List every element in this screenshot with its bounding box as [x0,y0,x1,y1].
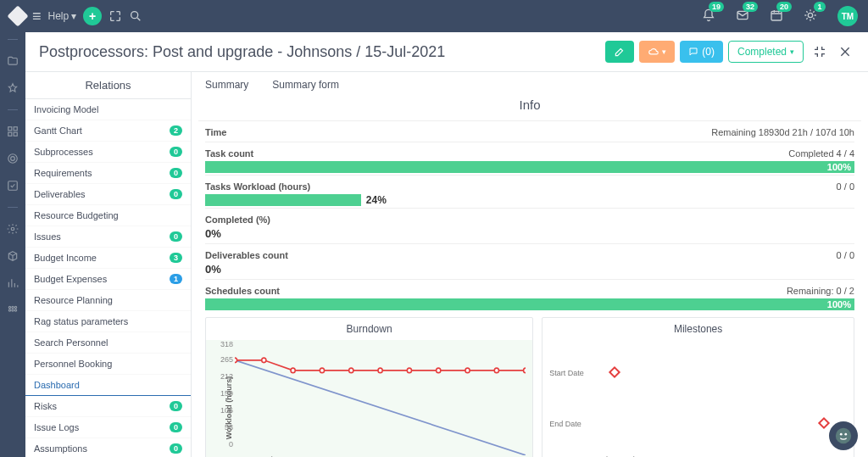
sidebar-item-label: Gantt Chart [34,125,82,136]
sidebar-item-subprocesses[interactable]: Subprocesses0 [25,142,191,163]
calendar-icon[interactable]: 20 [770,8,783,25]
gear-icon[interactable] [7,223,19,235]
bell-icon[interactable]: 19 [702,8,715,25]
task-count-bar: 100% [205,161,854,173]
page-header: Postprocessors: Post and upgrade - Johns… [25,32,868,72]
mail-icon[interactable]: 32 [736,8,749,25]
count-badge: 0 [170,422,182,432]
sidebar-item-risks[interactable]: Risks0 [25,396,191,417]
dashboard: Summary Summary form Info TimeRemaining … [192,72,868,457]
svg-point-27 [494,368,498,373]
svg-point-12 [8,306,10,308]
rail-divider [8,39,18,40]
sidebar-item-assumptions[interactable]: Assumptions0 [25,438,191,457]
metric-deliv-val: 0% [205,263,854,277]
sidebar-item-rag-status-parameters[interactable]: Rag status parameters [25,311,191,332]
chat-button[interactable]: (0) [680,41,723,63]
logo-icon[interactable] [7,5,28,26]
sidebar-item-label: Rag status parameters [34,316,128,326]
svg-point-30 [840,433,843,436]
metric-task-value: Completed 4 / 4 [788,148,854,159]
sidebar-item-label: Dashboard [34,380,80,390]
support-avatar[interactable] [829,421,858,450]
star-icon[interactable] [7,82,19,94]
count-badge: 1 [170,274,182,284]
svg-point-25 [437,368,441,373]
check-icon[interactable] [7,180,19,192]
sidebar-item-budget-expenses[interactable]: Budget Expenses1 [25,269,191,290]
svg-point-24 [407,368,411,373]
sidebar-item-label: Invoicing Model [34,104,98,114]
svg-point-26 [465,368,470,373]
svg-point-21 [320,368,324,373]
milestone-start-icon [609,366,620,378]
sidebar-item-invoicing-model[interactable]: Invoicing Model [25,99,191,120]
close-icon[interactable] [836,42,854,61]
cloud-button[interactable]: ▾ [639,41,675,63]
svg-point-3 [808,13,812,17]
metric-sched-label: Schedules count [205,286,280,296]
sidebar-item-label: Search Personnel [34,337,108,348]
info-title: Info [198,94,861,121]
apps-icon[interactable] [7,304,19,316]
sidebar-item-requirements[interactable]: Requirements0 [25,163,191,184]
theme-icon[interactable]: 1 [804,8,817,25]
count-badge: 0 [170,401,182,411]
svg-point-15 [8,309,10,311]
sidebar-item-issue-logs[interactable]: Issue Logs0 [25,417,191,438]
sidebar-item-gantt-chart[interactable]: Gantt Chart2 [25,120,191,142]
svg-point-0 [131,12,138,19]
folder-icon[interactable] [7,55,19,67]
collapse-icon[interactable] [810,42,829,61]
tab-summary[interactable]: Summary [205,79,248,91]
svg-point-22 [349,368,353,373]
status-dropdown[interactable]: Completed ▾ [728,41,804,63]
search-icon[interactable] [129,9,142,23]
sidebar-item-label: Assumptions [34,443,87,454]
sidebar-item-search-personnel[interactable]: Search Personnel [25,332,191,354]
sidebar-item-personnel-booking[interactable]: Personnel Booking [25,354,191,375]
metric-time-label: Time [205,127,226,137]
help-menu[interactable]: Help ▾ [48,10,77,22]
svg-point-17 [14,309,16,311]
rail-divider [8,109,18,110]
relations-panel: Relations Invoicing ModelGantt Chart2Sub… [25,72,192,457]
sidebar-item-budget-income[interactable]: Budget Income3 [25,248,191,269]
add-button[interactable]: + [83,7,102,25]
svg-rect-6 [8,132,12,136]
icon-rail [0,32,25,457]
sidebar-item-resource-planning[interactable]: Resource Planning [25,290,191,311]
metric-deliv-label: Deliverables count [205,250,288,260]
sidebar-item-issues[interactable]: Issues0 [25,226,191,248]
grid-icon[interactable] [7,125,19,137]
sidebar-item-dashboard[interactable]: Dashboard [25,375,191,396]
milestones-chart: Milestones Dates Start Date End Date 5. … [542,317,854,457]
avatar[interactable]: TM [837,6,858,26]
count-badge: 2 [170,125,182,136]
svg-point-19 [262,358,266,363]
sidebar-item-label: Personnel Booking [34,359,112,369]
metric-deliv-value: 0 / 0 [837,250,854,260]
count-badge: 0 [170,147,182,157]
count-badge: 0 [170,231,182,242]
tab-summary-form[interactable]: Summary form [272,79,339,91]
sidebar-item-deliverables[interactable]: Deliverables0 [25,184,191,205]
metric-task-label: Task count [205,148,253,159]
sidebar-item-label: Resource Budgeting [34,210,119,220]
metric-workload-label: Tasks Workload (hours) [205,181,310,192]
rail-divider [8,207,18,208]
sidebar-item-resource-budgeting[interactable]: Resource Budgeting [25,205,191,226]
chart-icon[interactable] [7,277,19,289]
count-badge: 3 [170,253,182,263]
edit-button[interactable] [605,41,634,63]
box-icon[interactable] [7,250,19,262]
workload-bar [205,194,361,206]
target-icon[interactable] [7,153,19,164]
menu-icon[interactable]: ≡ [32,8,42,25]
fullscreen-icon[interactable] [108,9,122,23]
svg-point-29 [836,428,851,443]
sidebar-item-label: Requirements [34,168,92,178]
page-title: Postprocessors: Post and upgrade - Johns… [39,43,600,61]
svg-point-13 [12,306,14,308]
svg-point-20 [291,368,295,373]
